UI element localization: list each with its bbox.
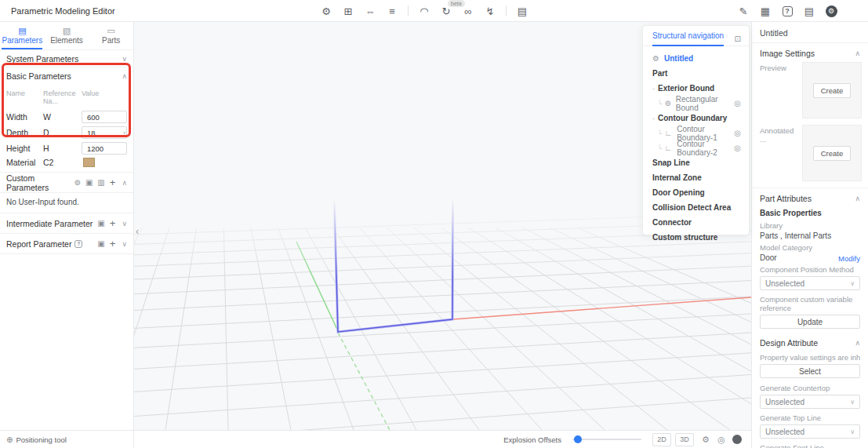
- library-value: Parts , Internal Parts: [760, 231, 860, 242]
- nav-label: Untitled: [664, 54, 693, 63]
- arc-tool-button[interactable]: ◠: [413, 0, 435, 22]
- slider-handle[interactable]: [574, 435, 582, 443]
- intermediate-parameter-section[interactable]: Intermediate Parameter ▣ + ∨: [0, 213, 133, 234]
- chevron-down-icon[interactable]: ∨: [122, 240, 127, 248]
- eye-icon[interactable]: ◎: [734, 144, 741, 152]
- add-parameter-icon[interactable]: +: [110, 217, 116, 229]
- basic-parameters-section[interactable]: Basic Parameters ∧: [0, 67, 133, 85]
- image-settings-section[interactable]: Image Settings ∧: [752, 43, 868, 62]
- z-axis: [331, 24, 332, 80]
- chevron-up-icon[interactable]: ∧: [855, 49, 860, 57]
- width-input[interactable]: [82, 111, 127, 123]
- eye-icon[interactable]: ◎: [734, 99, 741, 107]
- table-row: Width W: [6, 109, 127, 125]
- component-position-method-select[interactable]: Unselected ∨: [760, 276, 860, 290]
- modify-link[interactable]: Modify: [838, 254, 860, 263]
- update-button[interactable]: Update: [760, 315, 860, 329]
- settings-icon: ⚙: [826, 5, 837, 17]
- import-doc-icon[interactable]: ▣: [85, 178, 93, 187]
- add-parameter-icon[interactable]: +: [110, 238, 116, 249]
- help-button[interactable]: ?: [776, 0, 798, 22]
- material-swatch[interactable]: [83, 158, 95, 167]
- eye-icon[interactable]: ◎: [734, 129, 741, 137]
- structural-navigation-header: Structural navigation ⊡: [643, 26, 749, 46]
- import-doc-icon[interactable]: ▣: [97, 239, 104, 248]
- chevron-down-icon[interactable]: ∨: [122, 220, 127, 228]
- nav-item-internal-zone[interactable]: Internal Zone: [643, 170, 749, 185]
- chevron-up-icon[interactable]: ∧: [122, 179, 127, 187]
- basic-parameters-table: Name Reference Na... Value Width W Depth…: [0, 85, 133, 172]
- nav-item-part[interactable]: Part: [643, 66, 749, 81]
- image-button[interactable]: ▦: [754, 0, 776, 22]
- model-settings-button[interactable]: ⚙: [315, 0, 337, 22]
- tab-elements[interactable]: ▧ Elements: [45, 22, 89, 49]
- positioning-tool-label[interactable]: Positioning tool: [16, 435, 66, 444]
- preset-icon[interactable]: ⊚: [74, 178, 81, 187]
- edit-button[interactable]: ✎: [732, 0, 754, 22]
- generate-top-line-select[interactable]: Unselected ∨: [760, 424, 860, 439]
- document-button[interactable]: ▤: [511, 0, 533, 22]
- section-title: Image Settings: [760, 49, 815, 58]
- expand-icon[interactable]: ⊡: [735, 35, 741, 43]
- collapse-left-handle[interactable]: ‹: [136, 226, 139, 237]
- height-input[interactable]: [82, 142, 127, 155]
- select-value: Unselected: [765, 428, 850, 436]
- export-doc-icon[interactable]: ▥: [97, 178, 104, 187]
- create-annotated-button[interactable]: Create: [813, 146, 852, 161]
- tab-parts[interactable]: ▭ Parts: [89, 22, 133, 49]
- explosion-offsets-slider[interactable]: [572, 439, 641, 440]
- nav-item-exterior-bound[interactable]: - Exterior Bound: [643, 81, 749, 96]
- tab-parameters[interactable]: ▤ Parameters: [0, 22, 45, 49]
- link-tool-button[interactable]: ∞: [457, 0, 479, 22]
- system-parameters-section[interactable]: System Parameters ∨: [0, 50, 133, 67]
- nav-item-door-opening[interactable]: Door Opening: [643, 185, 749, 200]
- dropdown-caret-icon[interactable]: ∨: [123, 129, 126, 135]
- chevron-up-icon[interactable]: ∧: [855, 339, 860, 347]
- view-2d-button[interactable]: 2D: [652, 433, 671, 446]
- component-button[interactable]: ⊞: [337, 0, 359, 22]
- generate-countertop-select[interactable]: Unselected ∨: [760, 395, 860, 409]
- link-icon: ∞: [464, 5, 471, 17]
- nav-item-custom-structure[interactable]: Custom structure: [643, 230, 749, 245]
- parts-tab-icon: ▭: [89, 26, 133, 36]
- visibility-icon[interactable]: ◎: [714, 435, 729, 445]
- nav-item-contour-boundary-1[interactable]: └ ∟ Contour Boundary-1 ◎: [643, 126, 749, 140]
- positioning-icon: ⊕: [6, 435, 13, 444]
- chevron-down-icon[interactable]: ∨: [122, 55, 127, 63]
- docs-button[interactable]: ▤: [798, 0, 820, 22]
- create-preview-button[interactable]: Create: [813, 83, 852, 98]
- nav-item-rectangular-bound[interactable]: └ ⊚ Rectangular Bound ◎: [643, 96, 749, 111]
- model-outline[interactable]: [331, 80, 453, 332]
- annotated-row: Annotated ... Create: [752, 125, 868, 188]
- nav-item-contour-boundary[interactable]: - Contour Boundary: [643, 111, 749, 126]
- custom-parameters-section[interactable]: Custom Parameters ⊚ ▣ ▥ + ∧: [0, 173, 133, 193]
- settings-button[interactable]: ⚙: [820, 0, 842, 22]
- param-name: Material: [6, 158, 43, 167]
- viewport[interactable]: ‹ › Structural navigation ⊡ ⚙ Untitled P…: [134, 22, 751, 430]
- rotate-tool-button[interactable]: ↻ beta: [435, 0, 457, 22]
- nav-item-contour-boundary-2[interactable]: └ ∟ Contour Boundary-2 ◎: [643, 140, 749, 155]
- nav-item-connector[interactable]: Connector: [643, 215, 749, 230]
- design-attribute-section[interactable]: Design Attribute ∧: [752, 333, 868, 351]
- gear-icon: ⚙: [652, 54, 659, 63]
- nav-item-snap-line[interactable]: Snap Line: [643, 155, 749, 170]
- view-3d-button[interactable]: 3D: [675, 433, 694, 446]
- document-title[interactable]: Untitled: [752, 22, 868, 43]
- theme-toggle-icon[interactable]: [732, 435, 742, 444]
- nav-item-collision-detect-area[interactable]: Collision Detect Area: [643, 200, 749, 215]
- chevron-up-icon[interactable]: ∧: [122, 72, 127, 80]
- depth-input[interactable]: [82, 126, 127, 139]
- flow-tool-button[interactable]: ↯: [479, 0, 501, 22]
- align-button[interactable]: ≡: [381, 0, 403, 22]
- report-parameter-section[interactable]: Report Parameter ? ▣ + ∨: [0, 234, 133, 254]
- chevron-up-icon[interactable]: ∧: [855, 195, 860, 202]
- import-doc-icon[interactable]: ▣: [97, 219, 104, 228]
- contour-icon: ∟: [664, 144, 672, 152]
- part-attributes-section[interactable]: Part Attributes ∧: [752, 188, 868, 207]
- view-settings-icon[interactable]: ⚙: [698, 435, 714, 445]
- nav-item-root[interactable]: ⚙ Untitled: [643, 51, 749, 66]
- measure-button[interactable]: ⇔: [359, 0, 381, 22]
- add-parameter-icon[interactable]: +: [110, 177, 116, 188]
- select-button[interactable]: Select: [760, 364, 860, 378]
- select-value: Unselected: [765, 279, 850, 288]
